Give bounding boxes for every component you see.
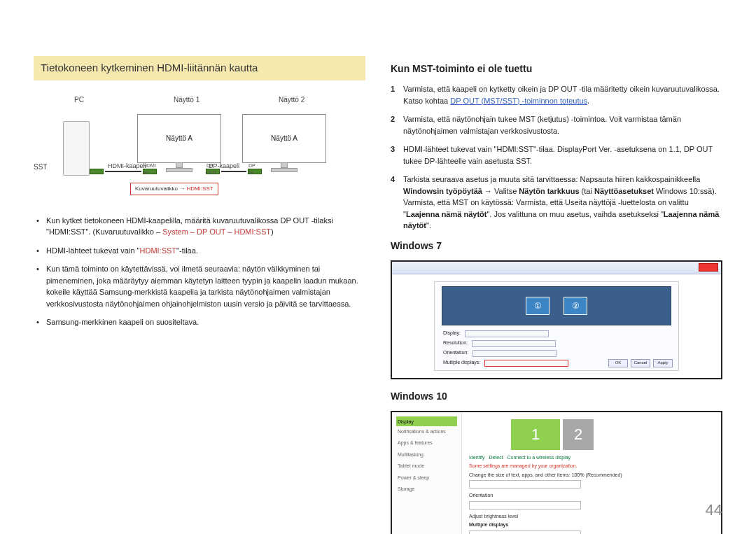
win10-screenshot: Display Notifications & actions Apps & f… bbox=[391, 411, 722, 535]
win10-select bbox=[469, 480, 581, 489]
step-item: 2 Varmista, että näytönohjain tukee MST … bbox=[391, 113, 722, 136]
port-dp-out-icon: DP OUT bbox=[206, 169, 220, 174]
display-1-icon: ① bbox=[526, 297, 550, 315]
display-2-icon: 2 bbox=[563, 419, 594, 450]
win10-link-text: Identify Detect Connect to a wireless di… bbox=[469, 454, 714, 462]
dpout-link[interactable]: DP OUT (MST/SST) -toiminnon toteutus bbox=[450, 97, 587, 105]
win10-caption: Multiple displays bbox=[469, 521, 714, 529]
bullet-item: Kun tämä toiminto on käytettävissä, voi … bbox=[36, 263, 365, 309]
sidebar-item: Tablet mode bbox=[396, 461, 457, 472]
win7-display-preview: ① ② bbox=[442, 286, 671, 325]
win7-screenshot: ① ② Display: Resolution: Orientation: Mu… bbox=[391, 260, 722, 379]
hdmi-section-title: Tietokoneen kytkeminen HDMI-liitännän ka… bbox=[34, 56, 365, 80]
win10-caption: Adjust brightness level bbox=[469, 513, 714, 521]
win10-warning-text: Some settings are managed by your organi… bbox=[469, 463, 714, 470]
sidebar-item: Storage bbox=[396, 484, 457, 496]
bullet-item: Samsung-merkkinen kaapeli on suositeltav… bbox=[36, 316, 365, 328]
win10-caption: Orientation bbox=[469, 492, 714, 500]
win7-field: Display: bbox=[443, 330, 549, 338]
win7-buttons: OKCancelApply bbox=[608, 359, 673, 367]
step-item: 1 Varmista, että kaapeli on kytketty oik… bbox=[391, 83, 722, 106]
win10-caption: Change the size of text, apps, and other… bbox=[469, 472, 714, 479]
label-sst: SST bbox=[34, 162, 47, 172]
win7-field: Multiple displays: bbox=[443, 359, 568, 367]
osd-note: Kuvaruutuvalikko → HDMI:SST bbox=[130, 183, 218, 195]
close-icon bbox=[699, 263, 718, 272]
pc-icon bbox=[63, 121, 90, 176]
win10-display-preview: 1 2 bbox=[511, 419, 714, 450]
win10-heading: Windows 10 bbox=[391, 389, 722, 404]
right-column: Kun MST-toiminto ei ole tuettu 1 Varmist… bbox=[391, 56, 722, 534]
win7-heading: Windows 7 bbox=[391, 239, 722, 253]
steps-list: 1 Varmista, että kaapeli on kytketty oik… bbox=[391, 83, 722, 232]
sidebar-item: Power & sleep bbox=[396, 472, 457, 484]
label-pc: PC bbox=[74, 94, 84, 105]
win7-titlebar bbox=[392, 262, 721, 274]
sidebar-item: Multitasking bbox=[396, 449, 457, 461]
sidebar-item: Apps & features bbox=[396, 437, 457, 449]
win7-field: Resolution: bbox=[443, 339, 556, 348]
bullet-item: HDMI-lähteet tukevat vain "HDMI:SST"-til… bbox=[36, 245, 365, 257]
monitor1-icon: Näyttö A bbox=[137, 114, 221, 163]
port-dp-in-icon: DP IN bbox=[248, 169, 262, 174]
bullet-item: Kun kytket tietokoneen HDMI-kaapelilla, … bbox=[36, 215, 365, 238]
monitor2-icon: Näyttö A bbox=[242, 114, 326, 163]
left-column: Tietokoneen kytkeminen HDMI-liitännän ka… bbox=[34, 56, 365, 534]
connection-diagram: PC Näyttö 1 Näyttö 2 SST HDMI-kaapeli DP… bbox=[34, 93, 365, 205]
monitor1-inner-label: Näyttö A bbox=[138, 133, 220, 143]
win10-select bbox=[469, 531, 581, 535]
cable-dp-icon bbox=[221, 171, 246, 172]
sidebar-item: Display bbox=[396, 416, 457, 426]
win10-select bbox=[469, 501, 581, 510]
port-hdmi-in-icon: HDMI IN bbox=[143, 169, 157, 174]
left-bullet-list: Kun kytket tietokoneen HDMI-kaapelilla, … bbox=[34, 215, 365, 328]
win10-main: 1 2 Identify Detect Connect to a wireles… bbox=[462, 412, 721, 535]
win10-sidebar: Display Notifications & actions Apps & f… bbox=[392, 412, 462, 535]
label-monitor2: Näyttö 2 bbox=[279, 94, 304, 105]
display-2-icon: ② bbox=[564, 297, 587, 315]
step-item: 4 Tarkista seuraava asetus ja muuta sitä… bbox=[391, 174, 722, 232]
port-row: HDMI IN DP OUT DP IN bbox=[62, 169, 358, 176]
win7-field: Orientation: bbox=[443, 349, 556, 358]
label-monitor1: Näyttö 1 bbox=[174, 94, 200, 105]
display-1-icon: 1 bbox=[511, 419, 560, 450]
mst-heading: Kun MST-toiminto ei ole tuettu bbox=[391, 62, 722, 76]
step-item: 3 HDMI-lähteet tukevat vain "HDMI:SST"-t… bbox=[391, 143, 722, 167]
win7-dialog-body: ① ② Display: Resolution: Orientation: Mu… bbox=[434, 281, 679, 371]
monitor2-inner-label: Näyttö A bbox=[243, 133, 326, 143]
port-hdmi-out-icon bbox=[90, 169, 104, 174]
page-number: 44 bbox=[706, 498, 722, 521]
sidebar-item: Notifications & actions bbox=[396, 426, 457, 438]
cable-hdmi-icon bbox=[105, 171, 141, 172]
